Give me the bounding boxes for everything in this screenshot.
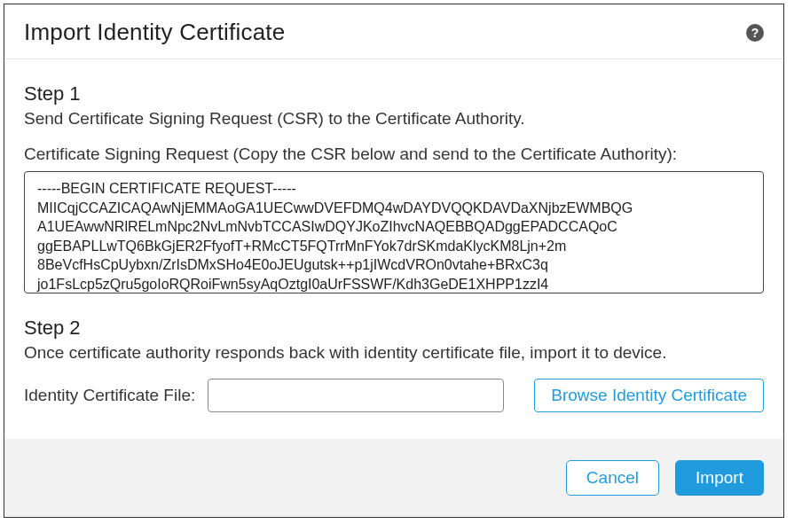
- cancel-button[interactable]: Cancel: [566, 460, 659, 496]
- browse-identity-certificate-button[interactable]: Browse Identity Certificate: [534, 379, 764, 412]
- step2-heading: Step 2: [24, 317, 764, 340]
- dialog-header: Import Identity Certificate ?: [4, 4, 783, 59]
- help-icon[interactable]: ?: [746, 24, 764, 42]
- csr-label: Certificate Signing Request (Copy the CS…: [24, 145, 764, 164]
- csr-textarea[interactable]: [24, 171, 764, 293]
- step2-text: Once certificate authority responds back…: [24, 343, 764, 363]
- step1-heading: Step 1: [24, 82, 764, 106]
- dialog-body: Step 1 Send Certificate Signing Request …: [4, 59, 783, 439]
- dialog-footer: Cancel Import: [4, 439, 783, 517]
- step1-text: Send Certificate Signing Request (CSR) t…: [24, 109, 764, 129]
- dialog-title: Import Identity Certificate: [24, 19, 285, 46]
- identity-file-input[interactable]: [208, 379, 504, 412]
- identity-file-label: Identity Certificate File:: [24, 386, 195, 405]
- import-button[interactable]: Import: [675, 460, 764, 496]
- import-identity-cert-dialog: Import Identity Certificate ? Step 1 Sen…: [4, 4, 784, 518]
- identity-file-row: Identity Certificate File: Browse Identi…: [24, 379, 764, 412]
